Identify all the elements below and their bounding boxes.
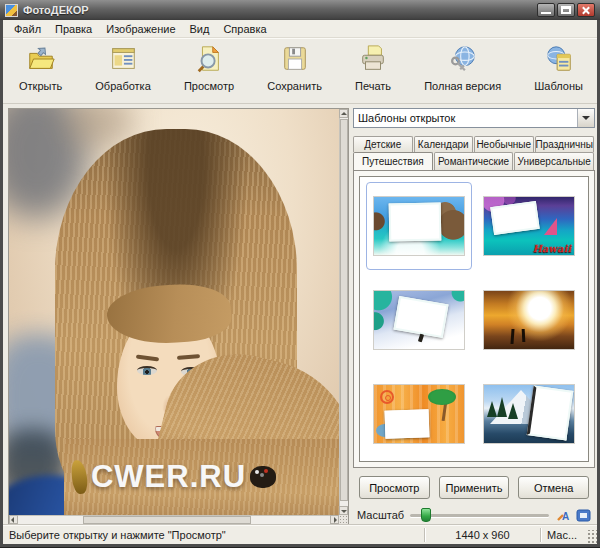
post-shape [522,329,526,342]
template-thumbnail-beach-arch[interactable] [366,182,472,270]
full-version-icon [447,44,479,78]
toolbar-label: Сохранить [267,80,322,92]
template-caption: Hawaii [532,243,571,254]
photo-frame-placeholder [527,385,574,440]
zoom-controls: Масштаб A [353,505,595,525]
cancel-button[interactable]: Отмена [518,476,589,499]
maximize-button[interactable] [557,3,575,17]
tab-travel[interactable]: Путешествия [353,152,433,170]
template-image [373,196,465,256]
template-thumbnail-mountain-lake[interactable] [476,370,582,458]
save-icon [279,44,311,78]
maximize-icon [561,6,571,14]
window-title: ФотоДЕКОР [23,4,537,16]
close-icon [578,4,594,16]
vertical-scroll-thumb[interactable] [340,119,348,501]
tab-romantic[interactable]: Романтические [434,152,514,170]
photo-frame-placeholder [393,296,448,338]
minimize-icon [541,12,551,14]
action-buttons: Просмотр Применить Отмена [359,476,589,499]
toolbar-button-full-version[interactable]: Полная версия [420,42,505,94]
arrow-left-icon [11,517,14,523]
template-image [483,384,575,444]
toolbar-button-open[interactable]: Открыть [15,42,66,94]
tree-shape [508,403,518,419]
arrow-right-icon [334,517,337,523]
watermark-mascot-left [71,460,88,495]
template-thumbnail-summer-palm[interactable] [366,370,472,458]
template-tabs: Детские Календари Необычные Праздничные … [353,136,595,170]
resize-grip[interactable] [586,530,597,544]
arrow-down-icon [341,510,347,513]
horizontal-scrollbar[interactable] [9,515,339,524]
toolbar-label: Полная версия [424,80,501,92]
category-dropdown[interactable]: Шаблоны открыток [353,108,595,128]
template-thumbnail-hawaii[interactable]: Hawaii [476,182,582,270]
template-list: Hawaii [359,176,589,462]
scroll-down-button[interactable] [339,506,348,515]
open-folder-icon [25,44,57,78]
menu-item-view[interactable]: Вид [183,22,217,36]
menu-item-file[interactable]: Файл [7,22,48,36]
app-window: ФотоДЕКОР Файл Правка Изображение Вид Сп… [0,0,600,548]
zoom-text-icon[interactable]: A [555,508,570,523]
app-icon [5,4,18,17]
toolbar-button-processing[interactable]: Обработка [91,42,154,94]
status-zoom-truncated: Мас... [540,528,584,542]
post-shape [510,329,514,344]
tab-universal[interactable]: Универсальные [514,152,594,170]
zoom-slider[interactable] [410,514,549,517]
toolbar-button-templates[interactable]: Шаблоны [530,42,587,94]
tree-shape [497,397,507,417]
toolbar-button-print[interactable]: Печать [351,42,395,94]
scrollbar-corner [339,515,348,524]
zoom-label: Масштаб [357,509,404,521]
photo-frame-placeholder [490,201,539,235]
tab-holidays[interactable]: Праздничные [535,136,595,152]
status-resolution: 1440 x 960 [424,528,540,542]
zoom-slider-thumb[interactable] [421,508,431,522]
tab-unusual[interactable]: Необычные [474,136,534,152]
window-controls [537,3,595,17]
statusbar: Выберите открытку и нажмите "Просмотр" 1… [3,524,597,544]
template-image [373,384,465,444]
menubar: Файл Правка Изображение Вид Справка [3,20,597,38]
menu-item-help[interactable]: Справка [216,22,273,36]
fit-view-icon[interactable] [576,508,591,523]
tree-shape [487,401,497,417]
skier-shape [418,334,424,343]
apply-button[interactable]: Применить [439,476,510,499]
scroll-left-button[interactable] [9,515,18,524]
arrow-up-icon [341,112,347,115]
svg-text:A: A [562,511,569,522]
palm-leaves-shape [428,389,456,405]
menu-item-image[interactable]: Изображение [99,22,182,36]
watermark: CWER.RU [9,459,339,495]
minimize-button[interactable] [537,3,555,17]
titlebar: ФотоДЕКОР [0,0,600,20]
vertical-scrollbar[interactable] [339,109,348,515]
tab-children[interactable]: Детские [353,136,413,152]
toolbar: Открыть Обработка Просмотр [3,38,597,104]
preview-icon [193,44,225,78]
photo-frame-placeholder [389,203,442,242]
toolbar-label: Шаблоны [534,80,583,92]
scroll-right-button[interactable] [330,515,339,524]
preview-button[interactable]: Просмотр [359,476,430,499]
toolbar-label: Просмотр [184,80,234,92]
photo-eye [137,366,157,375]
tab-calendars[interactable]: Календари [414,136,474,152]
horizontal-scroll-thumb[interactable] [83,516,251,524]
close-button[interactable] [577,3,595,17]
photo-canvas[interactable]: CWER.RU [9,109,339,515]
toolbar-button-preview[interactable]: Просмотр [180,42,238,94]
menu-item-edit[interactable]: Правка [48,22,99,36]
template-thumbnail-sunset[interactable] [476,276,582,364]
toolbar-button-save[interactable]: Сохранить [263,42,326,94]
watermark-text: CWER.RU [91,459,246,495]
chevron-down-icon[interactable] [577,109,594,127]
templates-panel: Шаблоны открыток Детские Календари Необы… [353,108,595,525]
template-thumbnail-winter-ski[interactable] [366,276,472,364]
scroll-up-button[interactable] [339,109,348,118]
photo-viewer: CWER.RU [8,108,349,525]
